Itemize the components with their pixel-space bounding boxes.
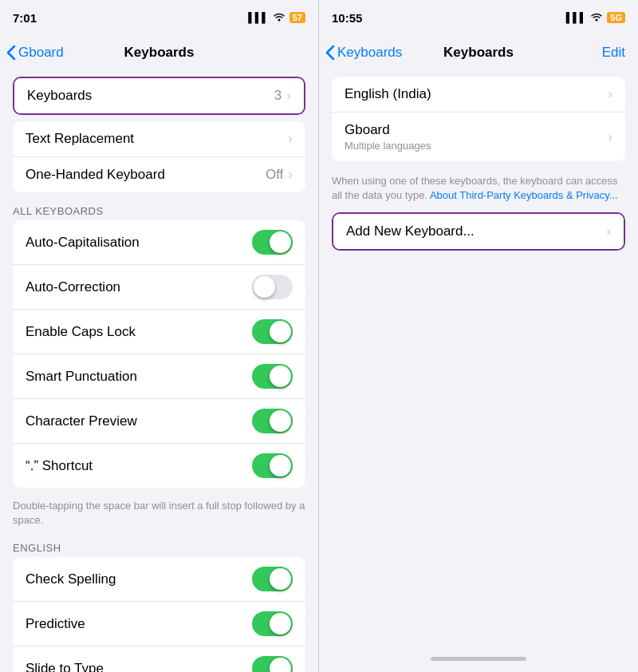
signal-icon: ▌▌▌: [248, 12, 269, 23]
english-group: Check Spelling Predictive Slide to Type: [13, 557, 305, 672]
caps-lock-row: Enable Caps Lock: [13, 310, 305, 354]
left-status-bar: 7:01 ▌▌▌ 57: [0, 0, 318, 35]
smart-punctuation-toggle[interactable]: [252, 364, 293, 389]
battery-icon: 57: [289, 12, 305, 23]
right-nav-title: Keyboards: [443, 45, 514, 61]
text-replacement-label: Text Replacement: [26, 131, 134, 147]
english-india-label: English (India): [345, 86, 431, 102]
auto-correction-label: Auto-Correction: [26, 279, 120, 295]
smart-punctuation-row: Smart Punctuation: [13, 354, 305, 399]
auto-correction-row: Auto-Correction: [13, 265, 305, 310]
left-nav-title: Keyboards: [124, 45, 195, 61]
gboard-subtitle: Multiple languages: [345, 140, 431, 152]
auto-correction-knob: [254, 276, 275, 298]
right-status-icons: ▌▌▌ 5G: [566, 12, 625, 23]
smart-punctuation-label: Smart Punctuation: [26, 369, 137, 385]
add-keyboard-chevron: ›: [606, 223, 611, 239]
slide-to-type-row: Slide to Type: [13, 646, 305, 672]
predictive-knob: [270, 613, 291, 634]
slide-to-type-knob: [270, 658, 291, 672]
right-panel: 10:55 ▌▌▌ 5G Keyboards Keyboards Edit En…: [319, 0, 638, 672]
auto-capitalisation-knob: [270, 231, 291, 253]
space-bar-note: Double-tapping the space bar will insert…: [0, 494, 318, 536]
english-india-row[interactable]: English (India) ›: [332, 77, 625, 113]
right-nav-bar: Keyboards Keyboards Edit: [319, 35, 638, 70]
character-preview-label: Character Preview: [26, 413, 137, 429]
keyboards-row[interactable]: Keyboards 3 ›: [14, 78, 304, 113]
right-time: 10:55: [332, 11, 362, 25]
wifi-icon: [273, 13, 286, 22]
right-signal-icon: ▌▌▌: [566, 12, 587, 23]
left-status-icons: ▌▌▌ 57: [248, 12, 305, 23]
slide-to-type-toggle[interactable]: [252, 656, 293, 672]
home-bar: [431, 657, 526, 661]
auto-correction-toggle[interactable]: [252, 275, 293, 299]
smart-punctuation-knob: [270, 366, 291, 387]
caps-lock-toggle[interactable]: [252, 319, 293, 344]
home-indicator: [319, 645, 638, 672]
check-spelling-toggle[interactable]: [252, 567, 293, 591]
caps-lock-knob: [270, 321, 291, 342]
one-handed-chevron: ›: [288, 167, 293, 183]
right-wifi-icon: [590, 13, 603, 22]
all-keyboards-label: ALL KEYBOARDS: [0, 199, 318, 220]
gboard-label-group: Gboard Multiple languages: [345, 122, 431, 152]
predictive-label: Predictive: [26, 616, 85, 632]
right-back-label: Keyboards: [337, 45, 402, 61]
one-handed-row[interactable]: One-Handed Keyboard Off ›: [13, 157, 305, 192]
slide-to-type-label: Slide to Type: [26, 661, 104, 672]
auto-capitalisation-row: Auto-Capitalisation: [13, 220, 305, 265]
keyboard-info-text: When using one of these keyboards, the k…: [319, 168, 638, 212]
check-spelling-label: Check Spelling: [26, 571, 116, 587]
right-battery-icon: 5G: [607, 12, 625, 23]
keyboards-count: 3: [274, 88, 282, 104]
keyboard-list-group: English (India) › Gboard Multiple langua…: [332, 77, 625, 161]
keyboards-chevron: ›: [286, 88, 291, 104]
left-nav-bar: Gboard Keyboards: [0, 35, 318, 70]
right-back-button[interactable]: Keyboards: [325, 45, 402, 61]
gboard-label: Gboard: [345, 122, 431, 138]
text-settings-group: Text Replacement › One-Handed Keyboard O…: [13, 121, 305, 192]
left-time: 7:01: [13, 11, 37, 25]
english-section-label: ENGLISH: [0, 536, 318, 557]
period-shortcut-knob: [270, 455, 291, 476]
keyboards-row-right: 3 ›: [274, 88, 291, 104]
character-preview-row: Character Preview: [13, 399, 305, 444]
info-link[interactable]: About Third-Party Keyboards & Privacy...: [430, 189, 618, 201]
predictive-toggle[interactable]: [252, 611, 293, 636]
period-shortcut-toggle[interactable]: [252, 453, 293, 478]
text-replacement-row[interactable]: Text Replacement ›: [13, 121, 305, 157]
edit-button[interactable]: Edit: [602, 45, 625, 61]
right-content: English (India) › Gboard Multiple langua…: [319, 70, 638, 645]
one-handed-right: Off ›: [266, 167, 293, 183]
text-replacement-right: ›: [288, 131, 293, 147]
check-spelling-row: Check Spelling: [13, 557, 305, 602]
add-keyboard-label: Add New Keyboard...: [346, 223, 475, 239]
add-keyboard-row[interactable]: Add New Keyboard... ›: [333, 214, 624, 249]
left-back-button[interactable]: Gboard: [6, 45, 64, 61]
right-status-bar: 10:55 ▌▌▌ 5G: [319, 0, 638, 35]
left-back-label: Gboard: [18, 45, 64, 61]
gboard-chevron: ›: [608, 129, 612, 145]
keyboards-label: Keyboards: [27, 88, 92, 104]
auto-capitalisation-label: Auto-Capitalisation: [26, 235, 140, 251]
gboard-row[interactable]: Gboard Multiple languages ›: [332, 113, 625, 161]
english-india-chevron: ›: [608, 86, 612, 102]
character-preview-toggle[interactable]: [252, 409, 293, 433]
auto-capitalisation-toggle[interactable]: [252, 230, 293, 255]
keyboards-highlight-group: Keyboards 3 ›: [13, 77, 305, 115]
caps-lock-label: Enable Caps Lock: [26, 324, 136, 340]
period-shortcut-row: “.” Shortcut: [13, 444, 305, 488]
character-preview-knob: [270, 410, 291, 432]
add-keyboard-highlight-group: Add New Keyboard... ›: [332, 212, 625, 251]
one-handed-value: Off: [266, 167, 283, 183]
text-replacement-chevron: ›: [288, 131, 293, 147]
predictive-row: Predictive: [13, 602, 305, 646]
left-content: Keyboards 3 › Text Replacement › One-Han…: [0, 70, 318, 672]
one-handed-label: One-Handed Keyboard: [26, 167, 165, 183]
left-panel: 7:01 ▌▌▌ 57 Gboard Keyboards Keyboards 3: [0, 0, 319, 672]
period-shortcut-label: “.” Shortcut: [26, 458, 93, 474]
check-spelling-knob: [270, 568, 291, 590]
all-keyboards-group: Auto-Capitalisation Auto-Correction Enab…: [13, 220, 305, 488]
